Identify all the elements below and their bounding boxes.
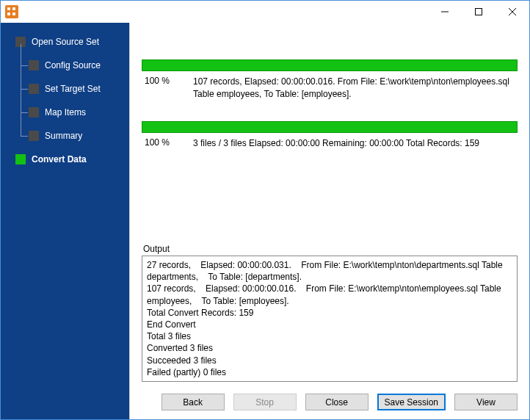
task-percent: 100 % <box>142 76 193 86</box>
sidebar-item-label: Summary <box>45 131 82 141</box>
overall-progress-row: 100 % 3 files / 3 files Elapsed: 00:00:0… <box>142 137 518 150</box>
sidebar-item-label: Set Target Set <box>45 84 101 94</box>
spacer <box>130 177 529 244</box>
stop-button: Stop <box>233 394 297 410</box>
back-button[interactable]: Back <box>161 394 225 410</box>
close-window-button[interactable] <box>495 1 529 23</box>
app-window: Open Source Set Config Source Set Target… <box>0 0 530 420</box>
window-controls <box>428 1 529 23</box>
sidebar-item-label: Config Source <box>45 60 101 70</box>
step-icon <box>29 131 39 141</box>
step-icon <box>29 84 39 94</box>
titlebar <box>1 1 529 23</box>
sidebar-item-label: Convert Data <box>32 154 87 164</box>
sidebar-item-config-source[interactable]: Config Source <box>29 55 129 76</box>
output-label: Output <box>130 244 529 254</box>
button-bar: Back Stop Close Save Session View <box>130 388 529 419</box>
overall-percent: 100 % <box>142 137 193 148</box>
overall-detail: 3 files / 3 files Elapsed: 00:00:00 Rema… <box>193 137 518 150</box>
body: Open Source Set Config Source Set Target… <box>1 23 529 419</box>
step-icon <box>29 60 39 70</box>
main-panel: 100 % 107 records, Elapsed: 00:00:00.016… <box>129 23 529 419</box>
maximize-button[interactable] <box>462 1 495 23</box>
minimize-button[interactable] <box>428 1 462 23</box>
task-detail: 107 records, Elapsed: 00:00:00.016. From… <box>193 76 518 101</box>
sidebar-item-label: Open Source Set <box>32 37 99 47</box>
task-progress-row: 100 % 107 records, Elapsed: 00:00:00.016… <box>142 76 518 101</box>
sidebar-item-open-source-set[interactable]: Open Source Set <box>15 32 129 52</box>
step-icon <box>29 107 39 117</box>
output-textarea[interactable]: 27 records, Elapsed: 00:00:00.031. From … <box>142 256 518 382</box>
save-session-button[interactable]: Save Session <box>377 394 446 410</box>
sidebar-item-convert-data[interactable]: Convert Data <box>15 149 129 170</box>
progress-area: 100 % 107 records, Elapsed: 00:00:00.016… <box>130 23 529 177</box>
sidebar-item-map-items[interactable]: Map Items <box>29 102 129 123</box>
svg-rect-1 <box>476 9 482 15</box>
step-icon <box>15 154 26 164</box>
sidebar-item-set-target-set[interactable]: Set Target Set <box>29 79 129 99</box>
sidebar-item-label: Map Items <box>45 107 86 117</box>
overall-progress-bar <box>142 121 518 133</box>
close-button[interactable]: Close <box>305 394 369 410</box>
sidebar-item-summary[interactable]: Summary <box>29 126 129 146</box>
view-button[interactable]: View <box>454 394 518 410</box>
app-icon <box>5 5 18 18</box>
task-progress-bar <box>142 59 518 71</box>
wizard-sidebar: Open Source Set Config Source Set Target… <box>1 23 129 419</box>
